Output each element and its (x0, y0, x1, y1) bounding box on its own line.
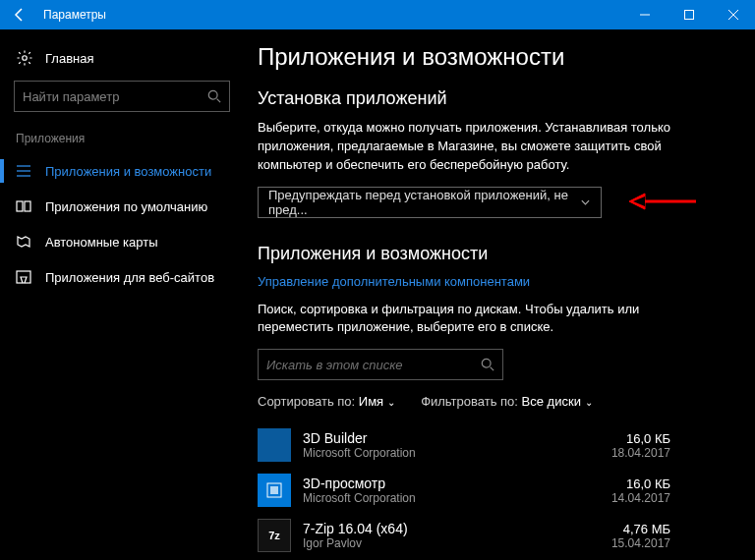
annotation-arrow (629, 190, 698, 213)
nav-label: Приложения для веб-сайтов (45, 270, 214, 285)
apps-section-title: Приложения и возможности (258, 244, 739, 264)
svg-point-4 (23, 56, 28, 61)
settings-search[interactable] (14, 81, 230, 112)
app-list: 3D BuilderMicrosoft Corporation 16,0 КБ1… (258, 422, 739, 560)
filter-value: Все диски (522, 394, 581, 409)
app-row[interactable]: 3D-просмотрMicrosoft Corporation 16,0 КБ… (258, 468, 670, 513)
settings-search-input[interactable] (23, 89, 207, 104)
app-icon: 7z (258, 519, 291, 552)
section-label: Приложения (0, 130, 244, 153)
home-label: Главная (45, 51, 93, 66)
sidebar: Главная Приложения Приложения и возможно… (0, 29, 244, 560)
nav-label: Автономные карты (45, 235, 158, 250)
nav-default-apps[interactable]: Приложения по умолчанию (0, 189, 244, 224)
app-row[interactable]: 3D BuilderMicrosoft Corporation 16,0 КБ1… (258, 422, 670, 468)
svg-point-13 (482, 360, 491, 368)
sort-value: Имя (359, 394, 383, 409)
app-icon (258, 474, 291, 507)
filter-label: Фильтровать по: (421, 394, 518, 409)
app-publisher: Microsoft Corporation (303, 446, 611, 460)
svg-rect-11 (25, 201, 30, 211)
app-date: 18.04.2017 (611, 446, 670, 460)
nav-label: Приложения и возможности (45, 164, 211, 179)
svg-rect-10 (17, 201, 23, 211)
nav-label: Приложения по умолчанию (45, 199, 207, 214)
close-button[interactable] (711, 0, 755, 29)
app-name: 7-Zip 16.04 (x64) (303, 521, 611, 536)
minimize-button[interactable] (622, 0, 667, 29)
install-section-title: Установка приложений (258, 88, 739, 109)
app-date: 14.04.2017 (611, 491, 670, 505)
search-icon (481, 358, 494, 371)
map-icon (16, 234, 31, 250)
nav-offline-maps[interactable]: Автономные карты (0, 224, 244, 259)
main-panel: Приложения и возможности Установка прило… (244, 29, 755, 560)
app-list-search[interactable] (258, 349, 503, 380)
app-size: 4,76 МБ (611, 522, 670, 536)
app-size: 16,0 КБ (611, 431, 670, 446)
home-link[interactable]: Главная (0, 43, 244, 81)
titlebar: Параметры (0, 0, 755, 29)
svg-line-6 (217, 99, 221, 103)
chevron-down-icon: ⌄ (585, 397, 593, 408)
install-desc: Выберите, откуда можно получать приложен… (258, 119, 680, 175)
app-row[interactable]: 7z 7-Zip 16.04 (x64)Igor Pavlov 4,76 МБ1… (258, 513, 670, 558)
chevron-down-icon (580, 196, 591, 208)
app-list-search-input[interactable] (266, 358, 481, 372)
defaults-icon (16, 198, 31, 214)
app-publisher: Igor Pavlov (303, 536, 611, 550)
app-icon (258, 428, 291, 462)
back-button[interactable] (0, 0, 39, 29)
window-title: Параметры (39, 8, 622, 22)
sort-control[interactable]: Сортировать по: Имя⌄ (258, 394, 395, 409)
gear-icon (16, 49, 33, 67)
filter-control[interactable]: Фильтровать по: Все диски⌄ (421, 394, 593, 409)
install-source-dropdown[interactable]: Предупреждать перед установкой приложени… (258, 187, 602, 218)
app-date: 15.04.2017 (611, 536, 670, 550)
search-icon (207, 89, 221, 103)
list-icon (16, 163, 31, 179)
maximize-button[interactable] (667, 0, 711, 29)
page-title: Приложения и возможности (258, 43, 739, 71)
dropdown-value: Предупреждать перед установкой приложени… (268, 188, 580, 217)
app-publisher: Microsoft Corporation (303, 491, 611, 505)
app-name: 3D Builder (303, 430, 611, 446)
svg-point-5 (208, 90, 217, 99)
nav-web-apps[interactable]: Приложения для веб-сайтов (0, 259, 244, 295)
sort-label: Сортировать по: (258, 394, 355, 409)
nav-apps-features[interactable]: Приложения и возможности (0, 153, 244, 189)
website-icon (16, 269, 31, 285)
app-name: 3D-просмотр (303, 476, 611, 491)
svg-rect-1 (684, 11, 693, 20)
svg-line-14 (491, 367, 494, 371)
optional-features-link[interactable]: Управление дополнительными компонентами (258, 274, 530, 289)
chevron-down-icon: ⌄ (387, 397, 395, 408)
apps-desc: Поиск, сортировка и фильтрация по дискам… (258, 301, 680, 338)
app-size: 16,0 КБ (611, 476, 670, 491)
